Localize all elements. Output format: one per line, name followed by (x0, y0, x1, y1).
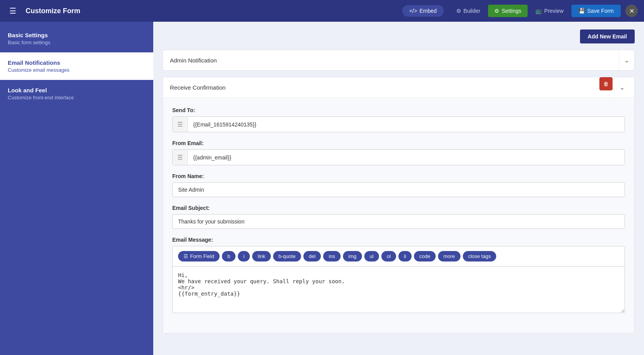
admin-notification-header: ⌄ (163, 50, 634, 70)
page-title: Customize Form (26, 7, 396, 15)
email-message-label: Email Message: (172, 237, 625, 243)
settings-button[interactable]: ⚙ Settings (488, 5, 528, 17)
email-message-textarea[interactable]: Hi, We have received your query. Shall r… (172, 267, 625, 313)
toolbar-bquote-button[interactable]: b-quote (273, 251, 301, 261)
toolbar-i-button[interactable]: i (238, 251, 250, 261)
toolbar-link-button[interactable]: link (252, 251, 271, 261)
builder-button[interactable]: ⚙ Builder (450, 5, 487, 17)
send-to-input[interactable] (188, 118, 625, 132)
add-new-email-row: Add New Email (163, 29, 635, 43)
embed-code-icon: </> (409, 8, 417, 14)
send-to-group: Send To: ☰ (172, 107, 625, 132)
toolbar-code-button[interactable]: code (414, 251, 436, 261)
toolbar-ins-button[interactable]: ins (323, 251, 341, 261)
toolbar-form-field-button[interactable]: ☰ Form Field (178, 251, 220, 261)
email-message-group: Email Message: ☰ Form Field b i link b-q… (172, 237, 625, 315)
toolbar-close-tags-button[interactable]: close tags (463, 251, 497, 261)
from-email-input[interactable] (188, 151, 625, 165)
menu-icon-2: ☰ (173, 150, 188, 165)
topnav: ☰ Customize Form </> Embed ⚙ Builder ⚙ S… (0, 0, 644, 22)
sidebar-item-look-and-feel[interactable]: Look and Feel Customize front-end interf… (0, 80, 153, 107)
from-email-label: From Email: (172, 140, 625, 146)
receive-confirmation-header: 🗑 ⌄ (163, 77, 634, 98)
email-subject-group: Email Subject: (172, 205, 625, 229)
embed-button[interactable]: </> Embed (402, 5, 444, 17)
toolbar-ol-button[interactable]: ol (381, 251, 396, 261)
admin-notification-chevron[interactable]: ⌄ (619, 50, 634, 70)
receive-confirmation-chevron[interactable]: ⌄ (614, 77, 630, 97)
toolbar-b-button[interactable]: b (222, 251, 235, 261)
from-name-label: From Name: (172, 173, 625, 179)
admin-notification-card: ⌄ (163, 50, 635, 71)
hamburger-button[interactable]: ☰ (6, 5, 19, 17)
monitor-icon: 📺 (535, 8, 542, 14)
send-to-input-wrapper: ☰ (172, 116, 625, 132)
menu-icon: ☰ (173, 117, 188, 132)
from-name-input[interactable] (172, 182, 625, 197)
toolbar-ul-button[interactable]: ul (364, 251, 379, 261)
add-new-email-button[interactable]: Add New Email (580, 29, 635, 43)
toolbar-li-button[interactable]: li (398, 251, 412, 261)
from-email-input-wrapper: ☰ (172, 149, 625, 165)
topnav-right: ⚙ Builder ⚙ Settings 📺 Preview 💾 Save Fo… (450, 5, 638, 17)
sidebar-item-email-notifications[interactable]: Email Notifications Customize email mess… (0, 52, 153, 80)
toolbar-del-button[interactable]: del (303, 251, 321, 261)
from-email-group: From Email: ☰ (172, 140, 625, 165)
send-to-label: Send To: (172, 107, 625, 113)
from-name-group: From Name: (172, 173, 625, 197)
sidebar: Basic Settings Basic form settings Email… (0, 22, 153, 355)
layout: Basic Settings Basic form settings Email… (0, 22, 644, 355)
receive-confirmation-card: 🗑 ⌄ Send To: ☰ From Email: (163, 77, 635, 334)
main-content: Add New Email ⌄ 🗑 ⌄ Send To: (153, 22, 644, 355)
settings-icon: ⚙ (494, 8, 499, 14)
email-subject-label: Email Subject: (172, 205, 625, 211)
receive-confirmation-title-input[interactable] (163, 78, 595, 97)
sidebar-item-basic-settings[interactable]: Basic Settings Basic form settings (0, 25, 153, 52)
receive-confirmation-actions: 🗑 ⌄ (595, 77, 634, 97)
delete-button[interactable]: 🗑 (599, 77, 613, 90)
save-icon: 💾 (578, 8, 585, 14)
receive-confirmation-body: Send To: ☰ From Email: ☰ From (163, 98, 634, 333)
preview-button[interactable]: 📺 Preview (529, 5, 570, 17)
close-button[interactable]: ✕ (625, 5, 638, 17)
toolbar-more-button[interactable]: more (438, 251, 460, 261)
message-toolbar: ☰ Form Field b i link b-quote del ins im… (172, 246, 625, 267)
save-form-button[interactable]: 💾 Save Form (571, 5, 621, 17)
list-icon: ☰ (184, 253, 188, 259)
toolbar-img-button[interactable]: img (343, 251, 362, 261)
admin-notification-title-input[interactable] (163, 51, 619, 70)
wrench-icon: ⚙ (456, 8, 461, 14)
email-subject-input[interactable] (172, 214, 625, 229)
